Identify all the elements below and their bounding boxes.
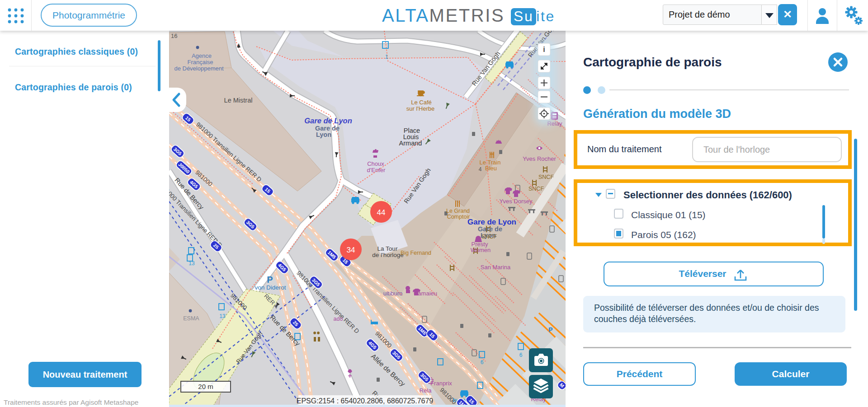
svg-text:La Tour: La Tour [377, 245, 398, 252]
svg-text:Gare de Lyon: Gare de Lyon [304, 117, 352, 125]
svg-text:von Diderot: von Diderot [255, 284, 286, 291]
svg-text:sur l'Herbe: sur l'Herbe [406, 105, 434, 112]
svg-text:Camaieu: Camaieu [414, 290, 437, 297]
svg-text:Yves Dorsey: Yves Dorsey [500, 198, 533, 205]
svg-text:Lyon: Lyon [316, 131, 331, 138]
svg-text:San Marina: San Marina [481, 264, 511, 271]
svg-text:EPSG:2154 : 654020.2806, 68607: EPSG:2154 : 654020.2806, 6860725.7679 [297, 397, 434, 405]
svg-text:de l'horloge: de l'horloge [372, 252, 403, 258]
svg-text:Choux: Choux [367, 160, 384, 167]
svg-text:i: i [543, 46, 545, 53]
svg-text:44: 44 [377, 208, 386, 217]
svg-text:Le Grand: Le Grand [446, 208, 470, 214]
svg-text:13: 13 [219, 313, 226, 319]
svg-text:34: 34 [347, 246, 355, 254]
svg-text:Française: Française [187, 59, 213, 65]
svg-text:Franprix: Franprix [430, 380, 452, 387]
svg-text:13: 13 [189, 260, 195, 267]
svg-text:Agence: Agence [192, 52, 212, 59]
svg-text:Le Mistral: Le Mistral [224, 97, 253, 104]
svg-text:20 m: 20 m [198, 383, 213, 390]
svg-text:Comptoir: Comptoir [447, 214, 470, 220]
svg-text:d'Enfer: d'Enfer [367, 167, 386, 173]
svg-text:6: 6 [519, 352, 523, 358]
svg-text:16: 16 [171, 33, 177, 39]
svg-text:6: 6 [481, 359, 484, 365]
svg-text:Bleu: Bleu [485, 165, 497, 172]
svg-text:ultiburo: ultiburo [383, 290, 403, 297]
svg-text:de Développement: de Développement [174, 65, 224, 72]
svg-text:SNCF: SNCF [528, 186, 544, 192]
svg-text:P: P [548, 326, 552, 333]
svg-text:Rela: Rela [420, 387, 432, 394]
svg-text:SNCF: SNCF [538, 174, 554, 180]
svg-text:1: 1 [385, 54, 388, 60]
svg-text:Big Fernand: Big Fernand [401, 250, 431, 256]
svg-text:Women: Women [471, 247, 491, 253]
svg-text:Yves Rocher: Yves Rocher [523, 155, 556, 162]
svg-text:ESMA: ESMA [183, 315, 199, 322]
svg-text:Le Café: Le Café [411, 99, 432, 106]
svg-text:ado: ado [334, 316, 343, 322]
svg-text:P: P [267, 275, 273, 285]
svg-text:SNCF: SNCF [481, 234, 497, 240]
svg-text:4: 4 [479, 166, 482, 173]
svg-text:Armand: Armand [399, 140, 422, 147]
